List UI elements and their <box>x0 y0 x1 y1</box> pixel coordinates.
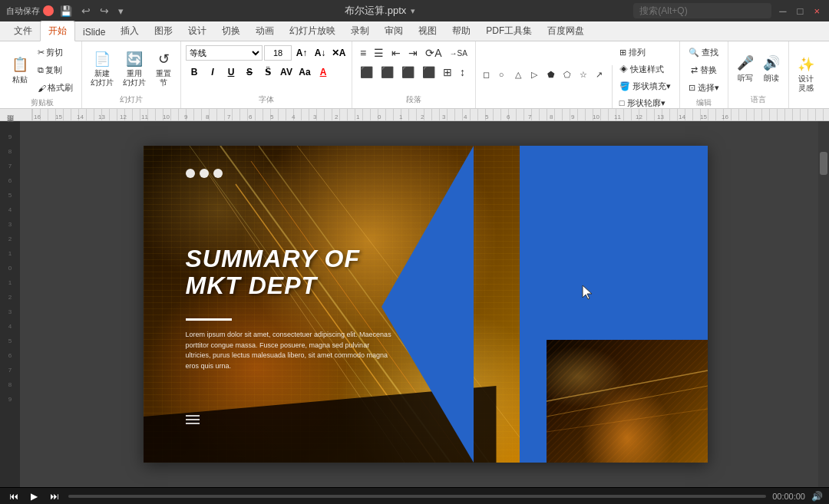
slide-area[interactable]: SUMMARY OF MKT DEPT Lorem ipsum dolor si… <box>20 121 818 487</box>
align-left-button[interactable]: ⬛ <box>357 64 376 81</box>
shape-item[interactable]: ⬟ <box>545 68 560 82</box>
volume-button[interactable]: 🔊 <box>811 491 823 502</box>
scrollbar-thumb[interactable] <box>820 152 827 175</box>
play-pause-button[interactable]: ▶ <box>28 491 41 502</box>
increase-indent-button[interactable]: ⇥ <box>405 44 421 61</box>
justify-button[interactable]: ⬛ <box>419 64 438 81</box>
bullets-button[interactable]: ≡ <box>357 44 369 61</box>
customize-qat-button[interactable]: ▾ <box>115 5 127 17</box>
shape-item[interactable]: ○ <box>497 68 512 82</box>
strikethrough-button[interactable]: S <box>241 64 258 81</box>
dictate-button[interactable]: 🎤 听写 <box>733 48 758 91</box>
decrease-font-button[interactable]: A↓ <box>312 44 329 61</box>
case-button[interactable]: Aa <box>296 64 313 81</box>
new-slide-button[interactable]: 📄 新建幻灯片 <box>87 48 117 91</box>
underline-button[interactable]: U <box>223 64 239 81</box>
font-family-select[interactable]: 等线 <box>186 45 263 61</box>
menu-line-3 <box>186 423 200 424</box>
slide-title[interactable]: SUMMARY OF MKT DEPT <box>186 245 361 299</box>
time-display: 00:00:00 <box>772 492 805 501</box>
shape-item[interactable]: ⬠ <box>561 68 576 82</box>
search-input[interactable] <box>633 3 771 18</box>
font-size-input[interactable] <box>264 45 292 61</box>
shadow-button[interactable]: S̈ <box>259 64 276 81</box>
editing-content: 🔍 查找 ⇄ 替换 ⊡ 选择▾ <box>685 44 723 96</box>
align-right-button[interactable]: ⬛ <box>398 64 418 81</box>
tab-slideshow[interactable]: 幻灯片放映 <box>282 21 343 41</box>
svg-text:9: 9 <box>571 114 575 120</box>
decrease-indent-button[interactable]: ⇤ <box>388 44 404 61</box>
svg-text:11: 11 <box>141 114 148 120</box>
minimize-button[interactable]: ─ <box>776 5 789 17</box>
tab-review[interactable]: 审阅 <box>377 21 411 41</box>
select-button[interactable]: ⊡ 选择▾ <box>685 80 723 96</box>
shape-item[interactable]: ↗ <box>593 68 609 82</box>
svg-text:1: 1 <box>356 114 360 120</box>
tab-insert[interactable]: 插入 <box>113 21 147 41</box>
quick-styles-button[interactable]: ◈ 快速样式 <box>616 61 675 77</box>
svg-text:14: 14 <box>679 114 685 120</box>
next-frame-button[interactable]: ⏭ <box>47 491 62 502</box>
svg-text:12: 12 <box>120 114 127 120</box>
tab-pdf[interactable]: PDF工具集 <box>478 21 540 41</box>
shape-item[interactable]: ◻ <box>481 68 496 82</box>
find-button[interactable]: 🔍 查找 <box>685 44 722 61</box>
menu-line-2 <box>186 419 200 420</box>
save-button[interactable]: 💾 <box>57 5 75 17</box>
tab-baidu[interactable]: 百度网盘 <box>540 21 592 41</box>
tab-transition[interactable]: 切换 <box>214 21 248 41</box>
convert-smartart-button[interactable]: →SA <box>447 47 471 60</box>
editing-label: 编辑 <box>685 96 723 108</box>
designer-button[interactable]: ✨ 设计灵感 <box>794 53 818 96</box>
shape-item[interactable]: △ <box>513 68 528 82</box>
tab-drawing[interactable]: 图形 <box>147 21 180 41</box>
read-aloud-button[interactable]: 🔊 朗读 <box>759 48 784 91</box>
tab-islide[interactable]: iSlide <box>75 24 113 41</box>
tab-view[interactable]: 视图 <box>411 21 444 41</box>
undo-button[interactable]: ↩ <box>78 5 94 17</box>
shape-fill-button[interactable]: 🪣 形状填充▾ <box>616 78 675 94</box>
close-button[interactable]: × <box>811 5 823 17</box>
increase-font-button[interactable]: A↑ <box>293 44 310 61</box>
shape-item[interactable]: ☆ <box>577 68 593 82</box>
paste-button[interactable]: 📋 粘贴 <box>8 49 32 92</box>
close-dot[interactable] <box>43 5 54 16</box>
svg-text:8: 8 <box>206 114 210 120</box>
shape-item[interactable]: ▷ <box>529 68 544 82</box>
center-button[interactable]: ⬛ <box>378 64 397 81</box>
line-spacing-button[interactable]: ↕ <box>457 64 468 81</box>
slide-body[interactable]: Lorem ipsum dolor sit amet, consectetuer… <box>186 330 393 371</box>
copy-button[interactable]: ⧉ 复制 <box>34 62 77 78</box>
redo-button[interactable]: ↪ <box>97 5 112 17</box>
arrange-button[interactable]: ⊞ 排列 <box>616 44 675 61</box>
tab-file[interactable]: 文件 <box>6 21 40 41</box>
progress-bar[interactable] <box>68 495 766 498</box>
char-spacing-button[interactable]: AV <box>278 64 295 81</box>
reuse-slide-button[interactable]: 🔄 重用幻灯片 <box>119 48 150 91</box>
scrollbar-right[interactable] <box>818 121 829 487</box>
text-direction-button[interactable]: ⟳A <box>422 44 444 61</box>
numbering-button[interactable]: ☰ <box>371 44 387 61</box>
maximize-button[interactable]: □ <box>794 5 807 17</box>
tab-design[interactable]: 设计 <box>180 21 214 41</box>
designer-label <box>794 104 818 105</box>
speaker-icon: 🔊 <box>763 54 780 71</box>
tab-help[interactable]: 帮助 <box>444 21 478 41</box>
tab-record[interactable]: 录制 <box>343 21 377 41</box>
dropdown-arrow[interactable]: ▾ <box>411 6 415 16</box>
bold-button[interactable]: B <box>186 64 203 81</box>
tab-animation[interactable]: 动画 <box>248 21 282 41</box>
tab-home[interactable]: 开始 <box>40 21 75 41</box>
quick-access-toolbar: 自动保存 💾 ↩ ↪ ▾ <box>6 5 127 17</box>
prev-frame-button[interactable]: ⏮ <box>6 491 21 502</box>
replace-button[interactable]: ⇄ 替换 <box>687 62 721 78</box>
italic-button[interactable]: I <box>204 64 221 81</box>
slides-content: 📄 新建幻灯片 🔄 重用幻灯片 ↺ 重置节 <box>87 44 176 93</box>
format-painter-button[interactable]: 🖌 格式刷 <box>34 80 77 96</box>
reset-button[interactable]: ↺ 重置节 <box>151 48 176 91</box>
clear-format-button[interactable]: ✕A <box>330 44 347 61</box>
columns-button[interactable]: ⊞ <box>440 64 455 81</box>
font-color-button[interactable]: A <box>315 64 332 81</box>
cut-button[interactable]: ✂ 剪切 <box>34 44 77 61</box>
slide-canvas[interactable]: SUMMARY OF MKT DEPT Lorem ipsum dolor si… <box>144 146 708 463</box>
